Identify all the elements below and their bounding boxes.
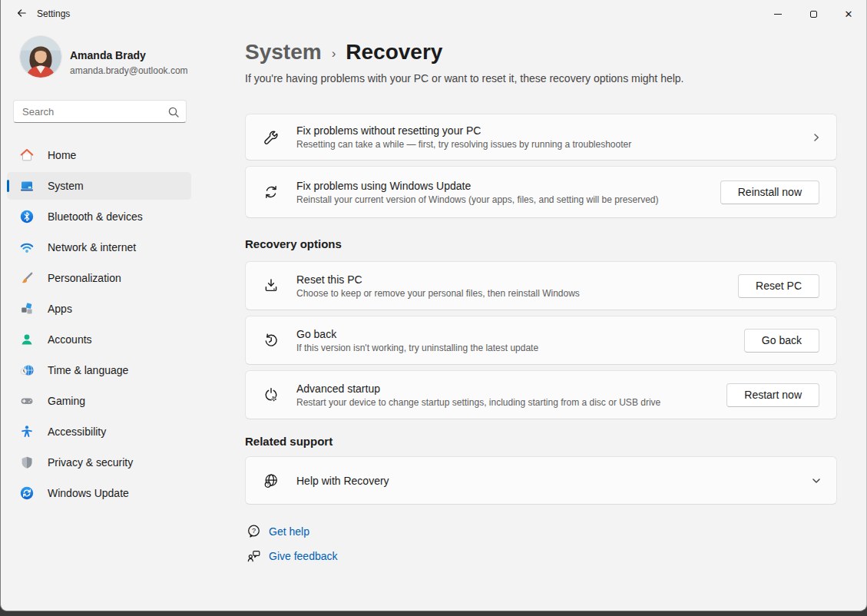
history-clock-icon <box>263 332 280 349</box>
settings-window: Settings ✕ Amanda Brady aman <box>0 0 867 611</box>
window-controls: ✕ <box>760 0 866 28</box>
sidebar-item-label: Personalization <box>48 272 121 284</box>
card-subtitle: Restart your device to change startup se… <box>296 397 726 408</box>
page-title: Recovery <box>346 40 442 65</box>
sidebar-item-bluetooth-devices[interactable]: Bluetooth & devices <box>7 203 191 230</box>
sidebar-item-label: System <box>48 180 84 192</box>
card-title: Fix problems without resetting your PC <box>296 124 810 137</box>
sidebar-item-label: Bluetooth & devices <box>48 210 143 223</box>
home-icon <box>19 147 35 163</box>
minimize-icon <box>774 14 782 15</box>
reset-pc-icon <box>263 277 280 294</box>
section-heading-related-support: Related support <box>245 435 333 448</box>
power-gear-icon <box>263 386 280 403</box>
sidebar-item-label: Accounts <box>48 333 92 346</box>
minimize-button[interactable] <box>760 0 796 28</box>
svg-text:?: ? <box>252 527 256 535</box>
apps-icon <box>19 301 35 316</box>
accounts-icon <box>19 332 35 347</box>
card-subtitle: Resetting can take a while — first, try … <box>296 139 810 150</box>
sidebar-item-label: Windows Update <box>48 487 129 499</box>
accessibility-icon <box>19 424 35 439</box>
profile-name: Amanda Brady <box>70 49 146 61</box>
card-subtitle: If this version isn't working, try unins… <box>296 343 744 353</box>
svg-text:?: ? <box>266 482 269 486</box>
get-help-label: Get help <box>269 525 309 538</box>
give-feedback-label: Give feedback <box>269 550 338 562</box>
back-button[interactable] <box>9 5 34 25</box>
system-icon <box>19 178 35 194</box>
card-reset-pc: Reset this PC Choose to keep or remove y… <box>245 261 837 310</box>
sidebar-item-personalization[interactable]: Personalization <box>7 264 191 292</box>
maximize-button[interactable] <box>796 0 831 28</box>
get-help-link[interactable]: ? Get help <box>247 524 309 538</box>
maximize-icon <box>810 11 817 18</box>
sidebar-item-network-internet[interactable]: Network & internet <box>7 233 191 261</box>
card-title: Help with Recovery <box>296 475 810 487</box>
search-icon <box>167 106 180 118</box>
profile-email: amanda.brady@outlook.com <box>70 65 188 76</box>
card-title: Go back <box>296 328 744 340</box>
card-title: Advanced startup <box>296 383 726 395</box>
search-box <box>13 100 187 123</box>
time-language-icon <box>19 363 35 378</box>
restart-now-button[interactable]: Restart now <box>726 383 819 407</box>
breadcrumb-separator-icon: › <box>332 44 336 61</box>
sidebar-item-apps[interactable]: Apps <box>7 295 191 323</box>
desktop-background: Settings ✕ Amanda Brady aman <box>0 0 867 616</box>
reinstall-now-button[interactable]: Reinstall now <box>720 180 819 204</box>
close-button[interactable]: ✕ <box>831 0 866 28</box>
sidebar-item-label: Accessibility <box>48 426 106 438</box>
breadcrumb-parent[interactable]: System <box>245 40 322 65</box>
user-avatar <box>20 36 61 78</box>
wrench-icon <box>263 129 280 146</box>
card-windows-update-fix: Fix problems using Windows Update Reinst… <box>245 166 837 218</box>
card-subtitle: Reinstall your current version of Window… <box>296 194 720 205</box>
card-title: Fix problems using Windows Update <box>296 180 720 192</box>
section-heading-recovery-options: Recovery options <box>245 237 342 250</box>
sidebar-item-gaming[interactable]: Gaming <box>7 387 191 415</box>
sidebar-item-accessibility[interactable]: Accessibility <box>7 418 191 445</box>
help-bubble-icon: ? <box>247 524 261 538</box>
bluetooth-icon <box>19 209 35 224</box>
sidebar-nav: Home System Bluetooth & devices Network … <box>7 141 191 510</box>
page-description: If you're having problems with your PC o… <box>245 72 684 84</box>
sync-icon <box>263 184 280 200</box>
privacy-security-icon <box>19 455 35 470</box>
sidebar-item-windows-update[interactable]: Windows Update <box>7 479 191 507</box>
sidebar-item-label: Home <box>48 149 76 161</box>
chevron-down-icon <box>810 475 822 487</box>
app-title: Settings <box>37 8 70 19</box>
card-subtitle: Choose to keep or remove your personal f… <box>296 288 738 299</box>
sidebar-item-label: Time & language <box>48 364 128 376</box>
card-go-back: Go back If this version isn't working, t… <box>245 316 837 365</box>
sidebar-item-label: Privacy & security <box>48 456 133 469</box>
go-back-button[interactable]: Go back <box>744 329 819 353</box>
sidebar-item-accounts[interactable]: Accounts <box>7 326 191 353</box>
give-feedback-link[interactable]: Give feedback <box>247 548 338 563</box>
card-title: Reset this PC <box>296 273 738 286</box>
network-icon <box>19 240 35 255</box>
sidebar-item-label: Gaming <box>48 395 85 407</box>
windows-update-icon <box>19 485 35 501</box>
search-input[interactable] <box>14 101 186 122</box>
globe-help-icon: ? <box>263 472 280 489</box>
card-advanced-startup: Advanced startup Restart your device to … <box>245 370 837 419</box>
chevron-right-icon <box>810 131 822 144</box>
gaming-icon <box>19 393 35 409</box>
sidebar-item-home[interactable]: Home <box>7 141 191 169</box>
feedback-icon <box>247 548 261 563</box>
sidebar-item-system[interactable]: System <box>7 172 191 200</box>
card-help-with-recovery[interactable]: ? Help with Recovery <box>245 456 837 505</box>
card-troubleshoot[interactable]: Fix problems without resetting your PC R… <box>245 114 837 161</box>
sidebar-item-label: Apps <box>48 303 72 315</box>
sidebar-item-privacy-security[interactable]: Privacy & security <box>7 449 191 476</box>
breadcrumb: System › Recovery <box>245 40 442 65</box>
close-icon: ✕ <box>845 9 853 19</box>
back-icon <box>15 7 28 22</box>
sidebar-item-time-language[interactable]: Time & language <box>7 356 191 384</box>
reset-pc-button[interactable]: Reset PC <box>738 274 819 298</box>
sidebar-item-label: Network & internet <box>48 241 136 253</box>
personalization-icon <box>19 270 35 286</box>
